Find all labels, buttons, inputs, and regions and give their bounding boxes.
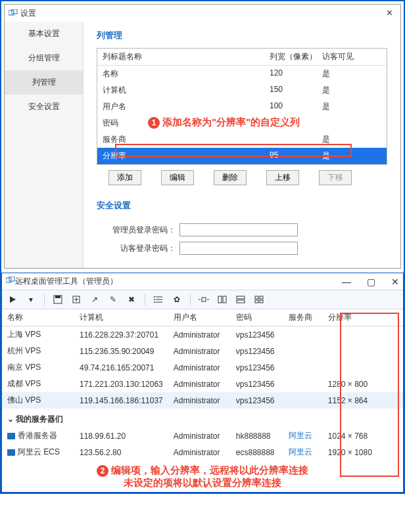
col-name[interactable]: 名称	[2, 309, 74, 326]
table-row[interactable]: 杭州 VPS115.236.35.90:20049Administratorvp…	[2, 343, 403, 359]
svg-rect-22	[237, 300, 245, 303]
svg-rect-26	[260, 300, 263, 303]
callout-2: 2编辑项，输入分辨率，远程将以此分辨率连接 未设定的项将以默认设置分辨率连接	[2, 460, 403, 492]
column-row[interactable]: 分辨率95是	[97, 148, 387, 164]
column-row[interactable]: 服务商是	[97, 131, 387, 148]
svg-rect-6	[55, 296, 60, 298]
admin-pass-input[interactable]	[179, 223, 298, 236]
th-width: 列宽（像素）	[270, 51, 322, 62]
column-list: 列标题名称 列宽（像素） 访客可见 名称120是计算机150是用户名100是密码…	[97, 48, 387, 165]
list-icon[interactable]	[152, 293, 165, 306]
sidebar-item-columns[interactable]: 列管理	[5, 70, 83, 95]
svg-rect-3	[9, 277, 14, 281]
col-host[interactable]: 计算机	[74, 309, 168, 326]
svg-rect-2	[6, 278, 11, 282]
table-row[interactable]: 阿里云 ECS123.56.2.80Administratorecs888888…	[2, 444, 403, 460]
column-row[interactable]: 用户名100是	[97, 99, 387, 115]
svg-point-14	[154, 299, 155, 300]
play-icon[interactable]	[6, 293, 19, 306]
col-pass[interactable]: 密码	[231, 309, 283, 326]
edit-button[interactable]: 编辑	[161, 170, 194, 185]
save-icon[interactable]	[51, 293, 64, 306]
toolbar: ▾ ↗ ✎ ✖ ✿	[2, 290, 403, 309]
svg-rect-19	[218, 296, 222, 303]
app-icon	[6, 277, 15, 286]
sidebar-item-group[interactable]: 分组管理	[5, 46, 83, 70]
guest-pass-input[interactable]	[179, 242, 298, 255]
col-vendor[interactable]: 服务商	[283, 309, 323, 326]
svg-point-15	[154, 301, 155, 303]
close-icon[interactable]: ×	[383, 7, 396, 19]
maximize-icon[interactable]: ▢	[367, 277, 375, 287]
add-button[interactable]: 添加	[108, 170, 141, 185]
chevron-down-icon[interactable]: ⌄	[7, 414, 14, 424]
app-icon	[9, 9, 18, 17]
col-user[interactable]: 用户名	[168, 309, 231, 326]
guest-pass-label: 访客登录密码：	[97, 243, 176, 254]
table-row[interactable]: 南京 VPS49.74.216.165:20071Administratorvp…	[2, 359, 403, 376]
dialog-title: 设置	[20, 8, 383, 19]
svg-rect-25	[255, 300, 258, 303]
callout-1: 1添加名称为"分辨率"的自定义列	[148, 116, 300, 129]
th-visible: 访客可见	[322, 51, 381, 62]
th-name: 列标题名称	[103, 51, 270, 62]
col-res[interactable]: 分辨率	[323, 309, 403, 326]
minimize-icon[interactable]: —	[342, 277, 351, 287]
sidebar-item-basic[interactable]: 基本设置	[5, 22, 83, 46]
delete-button[interactable]: 删除	[214, 170, 247, 185]
svg-rect-21	[237, 296, 245, 299]
section-security: 安全设置	[97, 200, 387, 211]
sidebar-item-security[interactable]: 安全设置	[5, 95, 83, 119]
svg-rect-20	[223, 296, 226, 303]
table-row[interactable]: 成都 VPS171.221.203.130:12063Administrator…	[2, 376, 403, 392]
svg-rect-16	[202, 298, 206, 301]
grid-icon[interactable]	[252, 293, 266, 306]
column-row[interactable]: 名称120是	[97, 66, 387, 82]
svg-rect-1	[12, 9, 17, 14]
window-title: 远程桌面管理工具（管理员）	[15, 276, 342, 287]
svg-rect-24	[260, 296, 263, 299]
table-row[interactable]: 佛山 VPS119.145.166.186:11037Administrator…	[2, 392, 403, 409]
edit-icon[interactable]: ✎	[107, 293, 120, 306]
movedown-button: 下移	[319, 170, 352, 185]
tile-h-icon[interactable]	[216, 293, 229, 306]
column-row[interactable]: 计算机150是	[97, 82, 387, 99]
admin-pass-label: 管理员登录密码：	[97, 225, 176, 236]
tile-v-icon[interactable]	[234, 293, 247, 306]
close-icon[interactable]: ✕	[391, 277, 399, 287]
settings-sidebar: 基本设置 分组管理 列管理 安全设置	[5, 22, 83, 268]
section-columns: 列管理	[97, 30, 387, 41]
table-row[interactable]: 上海 VPS116.228.229.37:20701Administratorv…	[2, 326, 403, 344]
server-table: 名称 计算机 用户名 密码 服务商 分辨率 上海 VPS116.228.229.…	[2, 309, 403, 460]
arrow-icon[interactable]: ↗	[88, 293, 101, 306]
svg-point-13	[154, 296, 155, 298]
svg-marker-4	[10, 296, 16, 303]
table-row[interactable]: 香港服务器118.99.61.20Administratorhk888888阿里…	[2, 428, 403, 444]
cancel-icon[interactable]: ✖	[125, 293, 138, 306]
svg-rect-0	[9, 11, 14, 15]
dropdown-icon[interactable]: ▾	[24, 293, 37, 306]
gear-icon[interactable]: ✿	[170, 293, 183, 306]
svg-rect-23	[255, 296, 258, 299]
fit-icon[interactable]	[197, 293, 210, 306]
moveup-button[interactable]: 上移	[266, 170, 299, 185]
new-icon[interactable]	[70, 293, 83, 306]
